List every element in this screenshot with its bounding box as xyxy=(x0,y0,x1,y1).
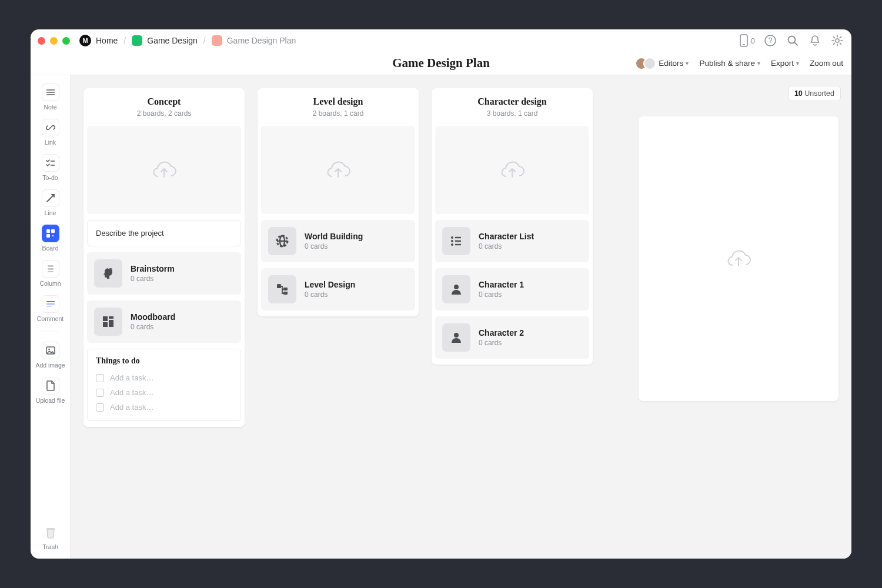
tool-trash-label: Trash xyxy=(42,543,58,550)
board-meta: 0 cards xyxy=(305,242,363,250)
board-meta: 0 cards xyxy=(479,290,524,299)
upload-zone[interactable] xyxy=(435,126,589,214)
tool-board[interactable]: Board xyxy=(35,222,66,254)
fullscreen-window-button[interactable] xyxy=(62,37,70,45)
cloud-upload-icon xyxy=(324,157,352,183)
image-icon xyxy=(42,342,59,359)
breadcrumb-workspace[interactable]: Game Design xyxy=(132,35,198,46)
tool-comment[interactable]: Comment xyxy=(35,293,66,325)
column-concept[interactable]: Concept 2 boards, 2 cards Describe the p… xyxy=(83,88,245,427)
tool-line-label: Line xyxy=(45,209,56,216)
unsorted-button[interactable]: 10 Unsorted xyxy=(788,86,841,101)
divider xyxy=(41,332,61,332)
svg-point-38 xyxy=(451,240,453,242)
todo-item[interactable]: Add a task… xyxy=(96,385,232,400)
tool-note[interactable]: Note xyxy=(35,81,66,113)
column-title: Level design xyxy=(266,96,410,107)
note-card[interactable]: Describe the project xyxy=(87,220,241,246)
bell-icon xyxy=(808,34,821,47)
publish-dropdown[interactable]: Publish & share ▾ xyxy=(699,59,760,68)
export-dropdown[interactable]: Export ▾ xyxy=(771,59,799,68)
column-header: Character design 3 boards, 1 card xyxy=(432,88,593,123)
minimize-window-button[interactable] xyxy=(50,37,58,45)
breadcrumb-board[interactable]: Game Design Plan xyxy=(212,35,296,46)
svg-rect-36 xyxy=(283,292,288,295)
upload-zone[interactable] xyxy=(261,126,415,214)
chevron-down-icon: ▾ xyxy=(757,60,760,66)
board-name: Level Design xyxy=(305,280,355,289)
file-icon xyxy=(42,377,59,395)
svg-rect-18 xyxy=(48,268,54,270)
settings-button[interactable] xyxy=(830,34,844,48)
checkbox[interactable] xyxy=(96,374,104,382)
checkbox[interactable] xyxy=(96,403,104,412)
tool-board-label: Board xyxy=(42,245,58,252)
workspace: Note Link To-do Line Board Column xyxy=(31,75,851,559)
column-character-design[interactable]: Character design 3 boards, 1 card Charac… xyxy=(432,88,593,365)
board-name: Moodboard xyxy=(131,312,175,322)
tool-upload-file[interactable]: Upload file xyxy=(35,375,66,406)
board-meta: 0 cards xyxy=(131,323,175,331)
board-card-moodboard[interactable]: Moodboard 0 cards xyxy=(87,300,241,343)
column-level-design[interactable]: Level design 2 boards, 1 card World Buil… xyxy=(258,88,419,316)
search-button[interactable] xyxy=(786,34,800,48)
tool-line[interactable]: Line xyxy=(35,187,66,219)
todo-item[interactable]: Add a task… xyxy=(96,370,232,385)
checkbox[interactable] xyxy=(96,389,104,397)
board-name: Brainstorm xyxy=(131,264,175,273)
board-card-level-design[interactable]: Level Design 0 cards xyxy=(261,268,415,310)
publish-label: Publish & share xyxy=(699,59,755,68)
svg-line-5 xyxy=(795,43,798,46)
board-card-world-building[interactable]: World Building 0 cards xyxy=(261,220,415,262)
brain-icon xyxy=(94,259,122,288)
mobile-preview-button[interactable]: 0 xyxy=(739,34,755,47)
tool-column[interactable]: Column xyxy=(35,258,66,289)
chevron-down-icon: ▾ xyxy=(686,60,689,66)
canvas[interactable]: 10 Unsorted Concept 2 boards, 2 cards De… xyxy=(71,75,851,559)
board-meta: 0 cards xyxy=(305,290,355,299)
search-icon xyxy=(786,34,799,47)
window-controls xyxy=(38,37,70,45)
board-swatch xyxy=(212,35,222,46)
svg-rect-15 xyxy=(46,234,50,238)
cloud-upload-icon xyxy=(724,246,753,272)
svg-point-16 xyxy=(52,235,53,236)
todo-card[interactable]: Things to do Add a task… Add a task… Add… xyxy=(87,349,241,421)
todo-item[interactable]: Add a task… xyxy=(96,400,232,415)
board-card-brainstorm[interactable]: Brainstorm 0 cards xyxy=(87,252,241,295)
close-window-button[interactable] xyxy=(38,37,45,45)
upload-zone[interactable] xyxy=(87,126,241,214)
zoom-label: Zoom out xyxy=(810,59,843,68)
tool-trash[interactable]: Trash xyxy=(35,521,66,553)
tool-add-image[interactable]: Add image xyxy=(35,339,66,371)
tool-todo[interactable]: To-do xyxy=(35,152,66,183)
svg-point-44 xyxy=(454,333,459,338)
gear-icon xyxy=(831,34,844,47)
zoom-out-button[interactable]: Zoom out xyxy=(810,59,843,68)
note-icon xyxy=(42,83,59,101)
tool-todo-label: To-do xyxy=(42,174,58,181)
breadcrumb-home[interactable]: M Home xyxy=(79,35,118,46)
tool-link[interactable]: Link xyxy=(35,116,66,148)
editors-dropdown[interactable]: Editors ▾ xyxy=(635,57,689,70)
link-icon xyxy=(42,119,59,136)
board-card-character-1[interactable]: Character 1 0 cards xyxy=(435,268,589,310)
help-button[interactable]: ? xyxy=(763,34,777,48)
breadcrumb-sep: / xyxy=(123,36,126,45)
board-card-character-2[interactable]: Character 2 0 cards xyxy=(435,316,589,359)
svg-rect-29 xyxy=(109,320,113,327)
breadcrumb-home-label: Home xyxy=(96,36,118,45)
export-label: Export xyxy=(771,59,794,68)
empty-column[interactable] xyxy=(639,116,838,401)
person-icon xyxy=(442,323,470,352)
column-meta: 2 boards, 2 cards xyxy=(92,109,236,118)
svg-line-12 xyxy=(47,195,54,202)
svg-rect-13 xyxy=(46,229,50,233)
svg-point-24 xyxy=(48,349,50,350)
help-icon: ? xyxy=(764,34,777,47)
board-card-character-list[interactable]: Character List 0 cards xyxy=(435,220,589,262)
titlebar: M Home / Game Design / Game Design Plan … xyxy=(31,29,851,52)
editors-label: Editors xyxy=(659,59,683,68)
column-icon xyxy=(42,260,59,278)
notifications-button[interactable] xyxy=(808,34,822,48)
